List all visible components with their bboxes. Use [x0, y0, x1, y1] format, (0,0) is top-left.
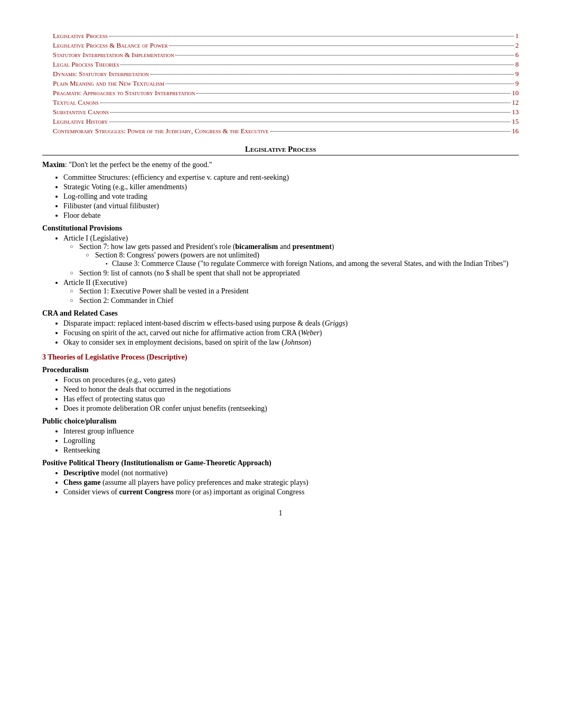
sub-list-item-section9: Section 9: list of cannots (no $ shall b… [74, 269, 519, 278]
maxim-quote: "Don't let the perfect be the enemy of t… [69, 161, 212, 169]
bicameralism-text: bicameralism [235, 243, 278, 251]
toc-row: Contemporary Struggles: Power of the Jud… [42, 127, 519, 135]
section-heading: Legislative Process [42, 145, 519, 155]
toc-row: Plain Meaning and the New Textualism 9 [42, 79, 519, 88]
toc-label: Pragmatic Approaches to Statutory Interp… [53, 89, 195, 97]
toc-dots [100, 103, 510, 103]
toc-row: Pragmatic Approaches to Statutory Interp… [42, 89, 519, 97]
toc-row: Legislative History 15 [42, 117, 519, 126]
toc-dots [175, 55, 513, 56]
constitutional-provisions-heading: Constitutional Provisions [42, 224, 519, 233]
clause3-list: Clause 3: Commerce Clause ("to regulate … [106, 260, 519, 268]
toc-page: 6 [516, 51, 519, 59]
list-item: Strategic Voting (e.g., killer amendment… [63, 183, 519, 191]
toc-dots [120, 64, 513, 65]
toc-label: Substantive Canons [53, 108, 109, 116]
toc-row: Textual Canons 12 [42, 98, 519, 107]
pluralism-list: Interest group influence Logrolling Rent… [63, 427, 519, 455]
toc-label: Statutory Interpretation & Implementatio… [53, 51, 174, 59]
toc-label: Dynamic Statutory Interpretation [53, 70, 149, 78]
sub-list-item: Section 2: Commander in Chief [74, 297, 519, 305]
list-item-article1: Article I (Legislative) Section 7: how l… [63, 234, 519, 278]
sub-list-item: Section 7: how law gets passed and Presi… [74, 243, 519, 268]
list-item: Filibuster (and virtual filibuster) [63, 202, 519, 210]
list-item-descriptive: Descriptive model (not normative) [63, 469, 519, 477]
list-item: Committee Structures: (efficiency and ex… [63, 173, 519, 182]
list-item-logrolling: Logrolling [63, 437, 519, 445]
toc-dots [109, 36, 514, 36]
sub-list-item: Section 8: Congress' powers (powers are … [90, 251, 519, 268]
section8-text: Section 8: Congress' powers (powers are … [95, 251, 259, 259]
toc-row: Legislative Process & Balance of Power 2 [42, 41, 519, 50]
toc-label: Legislative Process & Balance of Power [53, 41, 167, 50]
ppt-list: Descriptive model (not normative) Chess … [63, 469, 519, 496]
toc-page: 2 [516, 41, 519, 50]
page-number: 1 [42, 509, 519, 518]
toc-dots [110, 112, 510, 113]
toc-row: Legal Process Theories 8 [42, 60, 519, 69]
list-item: Disparate impact: replaced intent-based … [63, 319, 519, 328]
chess-bold: Chess game [63, 478, 100, 486]
list-item: Focusing on spirit of the act, carved ou… [63, 329, 519, 337]
toc-page: 9 [516, 70, 519, 78]
maxim-label: Maxim [42, 161, 65, 169]
list-item-interest-group: Interest group influence [63, 427, 519, 436]
list-item: Need to honor the deals that occurred in… [63, 385, 519, 394]
section8-sublist: Section 8: Congress' powers (powers are … [90, 251, 519, 268]
proceduralism-heading: Proceduralism [42, 366, 519, 374]
list-item: Does it promote deliberation OR confer u… [63, 404, 519, 413]
toc-label: Textual Canons [53, 98, 99, 107]
current-congress-bold: current Congress [119, 488, 173, 496]
list-item-chess: Chess game (assume all players have poli… [63, 478, 519, 487]
descriptive-bold: Descriptive [63, 469, 99, 477]
list-item-current-congress: Consider views of current Congress more … [63, 488, 519, 496]
toc-dots [270, 131, 510, 132]
section-3-theories: 3 Theories of Legislative Process (Descr… [42, 353, 519, 496]
toc-page: 9 [516, 79, 519, 88]
toc-row: Dynamic Statutory Interpretation 9 [42, 70, 519, 78]
list-item: Log-rolling and vote trading [63, 192, 519, 201]
list-item-article2: Article II (Executive) Section 1: Execut… [63, 279, 519, 305]
toc-page: 16 [512, 127, 519, 135]
toc-label: Contemporary Struggles: Power of the Jud… [53, 127, 269, 135]
maxim-text: Maxim: "Don't let the perfect be the ene… [42, 161, 519, 169]
toc-dots [197, 93, 510, 94]
constitutional-list: Article I (Legislative) Section 7: how l… [63, 234, 519, 305]
toc-label: Legislative Process [53, 32, 108, 40]
list-item: Floor debate [63, 211, 519, 220]
section-legislative-process: Legislative Process Maxim: "Don't let th… [42, 145, 519, 347]
toc-label: Legislative History [53, 117, 108, 126]
article1-sublist: Section 7: how law gets passed and Presi… [74, 243, 519, 278]
proceduralism-list: Focus on procedures (e.g., veto gates) N… [63, 376, 519, 413]
toc-page: 12 [512, 98, 519, 107]
toc-dots [166, 84, 513, 84]
list-item: Focus on procedures (e.g., veto gates) [63, 376, 519, 384]
toc-dots [169, 45, 513, 46]
toc-page: 15 [512, 117, 519, 126]
pluralism-heading: Public choice/pluralism [42, 417, 519, 426]
griggs-case: Griggs [325, 319, 345, 327]
toc-label: Plain Meaning and the New Textualism [53, 79, 164, 88]
ppt-heading: Positive Political Theory (Institutional… [42, 459, 519, 467]
toc-label: Legal Process Theories [53, 60, 119, 69]
toc-page: 8 [516, 60, 519, 69]
theories-heading: 3 Theories of Legislative Process (Descr… [42, 353, 519, 362]
toc-row: Statutory Interpretation & Implementatio… [42, 51, 519, 59]
list-item-rentseeking: Rentseeking [63, 446, 519, 455]
article2-sublist: Section 1: Executive Power shall be vest… [74, 287, 519, 305]
toc-page: 10 [512, 89, 519, 97]
sub-list-item: Section 1: Executive Power shall be vest… [74, 287, 519, 296]
section7-text: Section 7: how law gets passed and Presi… [79, 243, 334, 251]
clause3-item: Clause 3: Commerce Clause ("to regulate … [106, 260, 519, 268]
johnson-case: Johnson [284, 338, 309, 346]
list-item: Okay to consider sex in employment decis… [63, 338, 519, 347]
toc-page: 1 [516, 32, 519, 40]
toc-row: Legislative Process 1 [42, 32, 519, 40]
toc-dots [151, 74, 514, 75]
cra-heading: CRA and Related Cases [42, 309, 519, 318]
weber-case: Weber [301, 329, 320, 337]
list-item: Has effect of protecting status quo [63, 395, 519, 403]
toc-page: 13 [512, 108, 519, 116]
toc-row: Substantive Canons 13 [42, 108, 519, 116]
presentment-text: presentment [292, 243, 331, 251]
